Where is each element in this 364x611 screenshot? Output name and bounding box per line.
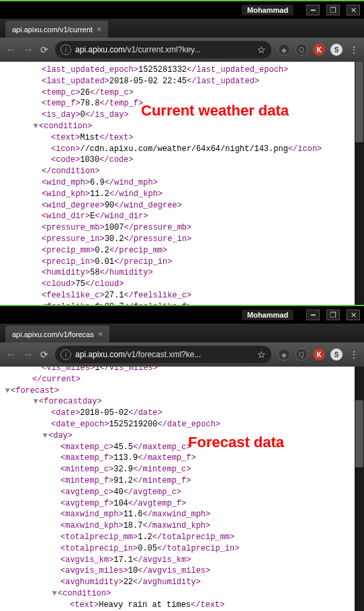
xml-tree[interactable]: <vis_miles>1</vis_miles> </current> ▼<fo… (0, 367, 364, 611)
extension-icon[interactable]: S (330, 44, 343, 56)
url-input[interactable]: i api.apixu.com/v1/forecast.xml?ke... ☆ (55, 346, 271, 363)
window-titlebar: Mohammad ━ ❐ ✕ (0, 305, 364, 324)
browser-tab[interactable]: api.apixu.com/v1/forecas × (5, 326, 109, 342)
close-tab-icon[interactable]: × (97, 24, 102, 34)
site-info-icon[interactable]: i (60, 44, 71, 55)
tab-title: api.apixu.com/v1/forecas (12, 330, 94, 338)
extension-icon[interactable]: Q (295, 44, 308, 56)
page-viewport[interactable]: <vis_miles>1</vis_miles> </current> ▼<fo… (0, 367, 364, 611)
reload-button[interactable]: ⟳ (40, 349, 48, 360)
browser-window-2: Mohammad ━ ❐ ✕ api.apixu.com/v1/forecas … (0, 305, 364, 611)
close-window-button[interactable]: ✕ (347, 310, 360, 320)
window-titlebar: Mohammad ━ ❐ ✕ (0, 0, 364, 19)
minimize-button[interactable]: ━ (306, 310, 320, 320)
menu-button[interactable]: ⋮ (349, 44, 359, 55)
menu-button[interactable]: ⋮ (349, 349, 359, 360)
address-bar: ← → ⟳ i api.apixu.com/v1/current.xml?key… (0, 38, 364, 62)
expand-toggle-icon[interactable]: ▼ (51, 588, 58, 600)
scrollbar[interactable] (355, 367, 364, 611)
scroll-thumb[interactable] (355, 62, 363, 142)
extension-icon[interactable]: K (313, 348, 325, 361)
expand-toggle-icon[interactable]: ▼ (42, 430, 48, 442)
expand-toggle-icon[interactable]: ▼ (32, 121, 39, 132)
back-button[interactable]: ← (5, 348, 16, 361)
extension-icon[interactable]: ◆ (278, 348, 290, 361)
user-badge: Mohammad (242, 310, 293, 320)
tab-bar: api.apixu.com/v1/forecas × (0, 324, 364, 342)
address-bar: ← → ⟳ i api.apixu.com/v1/forecast.xml?ke… (0, 342, 364, 367)
extension-icon[interactable]: ◆ (278, 44, 290, 56)
reload-button[interactable]: ⟳ (40, 44, 48, 55)
bookmark-star-icon[interactable]: ☆ (257, 349, 266, 360)
page-viewport[interactable]: <last_updated_epoch>1525281332</last_upd… (0, 62, 364, 305)
extension-icons: ◆ Q K S (278, 44, 343, 56)
bookmark-star-icon[interactable]: ☆ (257, 44, 266, 55)
extension-icons: ◆ Q K S (278, 348, 343, 361)
minimize-button[interactable]: ━ (306, 5, 320, 15)
scrollbar[interactable] (355, 62, 364, 305)
close-tab-icon[interactable]: × (98, 329, 103, 339)
url-input[interactable]: i api.apixu.com/v1/current.xml?key... ☆ (55, 41, 271, 58)
browser-tab[interactable]: api.apixu.com/v1/current × (5, 21, 108, 38)
close-window-button[interactable]: ✕ (347, 5, 360, 15)
site-info-icon[interactable]: i (60, 349, 71, 360)
browser-window-1: Mohammad ━ ❐ ✕ api.apixu.com/v1/current … (0, 0, 364, 305)
xml-tree[interactable]: <last_updated_epoch>1525281332</last_upd… (0, 62, 364, 305)
extension-icon[interactable]: S (330, 348, 343, 361)
tab-bar: api.apixu.com/v1/current × (0, 19, 364, 38)
forward-button[interactable]: → (23, 44, 34, 56)
maximize-button[interactable]: ❐ (326, 5, 340, 15)
user-badge: Mohammad (242, 5, 293, 15)
expand-toggle-icon[interactable]: ▼ (4, 385, 11, 397)
back-button[interactable]: ← (5, 44, 16, 56)
scroll-thumb[interactable] (355, 400, 363, 467)
forward-button[interactable]: → (23, 348, 34, 361)
extension-icon[interactable]: Q (295, 348, 308, 361)
extension-icon[interactable]: K (313, 44, 325, 56)
tab-title: api.apixu.com/v1/current (12, 26, 93, 34)
expand-toggle-icon[interactable]: ▼ (32, 396, 39, 408)
maximize-button[interactable]: ❐ (326, 310, 340, 320)
